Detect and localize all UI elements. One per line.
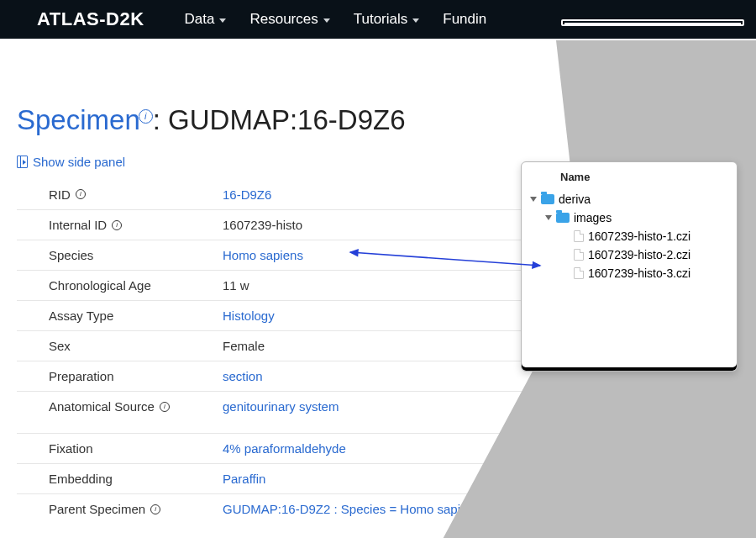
- folder-label: images: [574, 211, 612, 224]
- file-browser-header: Name: [522, 162, 737, 188]
- tree-file-item[interactable]: 1607239-histo-2.czi: [530, 245, 730, 264]
- file-label: 1607239-histo-2.czi: [588, 248, 690, 261]
- file-browser-panel: Name deriva images 1607239-histo-1.czi 1…: [521, 161, 738, 372]
- row-value-link[interactable]: Paraffin: [223, 472, 265, 486]
- row-label-text: Internal ID: [49, 218, 107, 232]
- brand-logo[interactable]: ATLAS-D2K: [37, 8, 144, 30]
- entity-type-link[interactable]: Specimen: [17, 104, 140, 135]
- row-label: Chronological Age: [17, 278, 223, 293]
- row-label: Sex: [17, 339, 223, 353]
- row-label-text: Preparation: [49, 369, 114, 383]
- row-value: Female: [223, 339, 265, 353]
- tree-file-item[interactable]: 1607239-histo-1.czi: [530, 227, 730, 245]
- row-label: Assay Type: [17, 309, 223, 323]
- folder-label: deriva: [559, 193, 591, 206]
- nav-item-tutorials[interactable]: Tutorials: [354, 11, 420, 28]
- row-value-link[interactable]: 16-D9Z6: [223, 187, 271, 202]
- nav-label: Tutorials: [354, 11, 408, 28]
- row-label-text: Chronological Age: [49, 278, 151, 293]
- row-label: Internal IDi: [17, 218, 223, 232]
- row-label: Embedding: [17, 472, 223, 486]
- row-label: Species: [17, 248, 223, 262]
- disclosure-triangle-icon[interactable]: [545, 215, 552, 220]
- file-tree: deriva images 1607239-histo-1.czi 160723…: [522, 188, 737, 289]
- tree-folder-root[interactable]: deriva: [530, 190, 730, 208]
- row-label: Parent Specimeni: [17, 502, 223, 516]
- row-label-text: Sex: [49, 339, 71, 353]
- chevron-down-icon: [412, 18, 419, 23]
- file-icon: [574, 230, 584, 242]
- nav-items: Data Resources Tutorials Fundin: [185, 11, 487, 28]
- row-value: 11 w: [223, 278, 249, 293]
- nav-label: Resources: [249, 11, 318, 28]
- nav-stripe-decoration: [561, 19, 744, 26]
- info-icon[interactable]: i: [150, 504, 160, 514]
- nav-item-resources[interactable]: Resources: [249, 11, 329, 28]
- file-icon: [574, 249, 584, 261]
- tree-file-item[interactable]: 1607239-histo-3.czi: [530, 264, 730, 282]
- row-label-text: Species: [49, 248, 93, 262]
- row-value-link[interactable]: genitourinary system: [223, 399, 339, 414]
- row-label: RIDi: [17, 187, 223, 202]
- chevron-down-icon: [323, 18, 330, 23]
- side-panel-label: Show side panel: [33, 155, 125, 169]
- row-label-text: RID: [49, 187, 71, 202]
- folder-icon: [556, 213, 570, 223]
- row-label-text: Assay Type: [49, 309, 113, 323]
- nav-item-data[interactable]: Data: [185, 11, 227, 28]
- row-value-link[interactable]: 4% paraformaldehyde: [223, 441, 346, 456]
- nav-label: Fundin: [443, 11, 486, 28]
- row-value: 1607239-histo: [223, 218, 302, 232]
- folder-icon: [541, 194, 554, 204]
- title-colon: :: [153, 104, 168, 135]
- row-value-link[interactable]: Histology: [223, 309, 275, 323]
- disclosure-triangle-icon[interactable]: [530, 197, 537, 202]
- entity-identifier: GUDMAP:16-D9Z6: [168, 104, 405, 135]
- row-value-link[interactable]: Homo sapiens: [223, 248, 303, 262]
- row-label: Preparation: [17, 369, 223, 383]
- row-label-text: Embedding: [49, 472, 113, 486]
- tree-folder-images[interactable]: images: [530, 208, 730, 227]
- info-icon[interactable]: i: [160, 402, 170, 412]
- nav-item-funding[interactable]: Fundin: [443, 11, 486, 28]
- row-label-text: Fixation: [49, 441, 93, 456]
- file-label: 1607239-histo-1.czi: [588, 229, 690, 243]
- top-nav: ATLAS-D2K Data Resources Tutorials Fundi…: [0, 0, 756, 39]
- row-label-text: Parent Specimen: [49, 502, 145, 516]
- nav-label: Data: [185, 11, 215, 28]
- panel-expand-icon: [17, 156, 28, 168]
- row-label-text: Anatomical Source: [49, 399, 155, 414]
- file-label: 1607239-histo-3.czi: [588, 266, 690, 280]
- info-icon[interactable]: i: [139, 109, 153, 124]
- file-icon: [574, 267, 584, 279]
- row-value-link[interactable]: section: [223, 369, 263, 383]
- chevron-down-icon: [219, 18, 226, 23]
- row-label: Anatomical Sourcei: [17, 399, 223, 414]
- info-icon[interactable]: i: [76, 189, 86, 199]
- info-icon[interactable]: i: [112, 220, 122, 230]
- row-label: Fixation: [17, 441, 223, 456]
